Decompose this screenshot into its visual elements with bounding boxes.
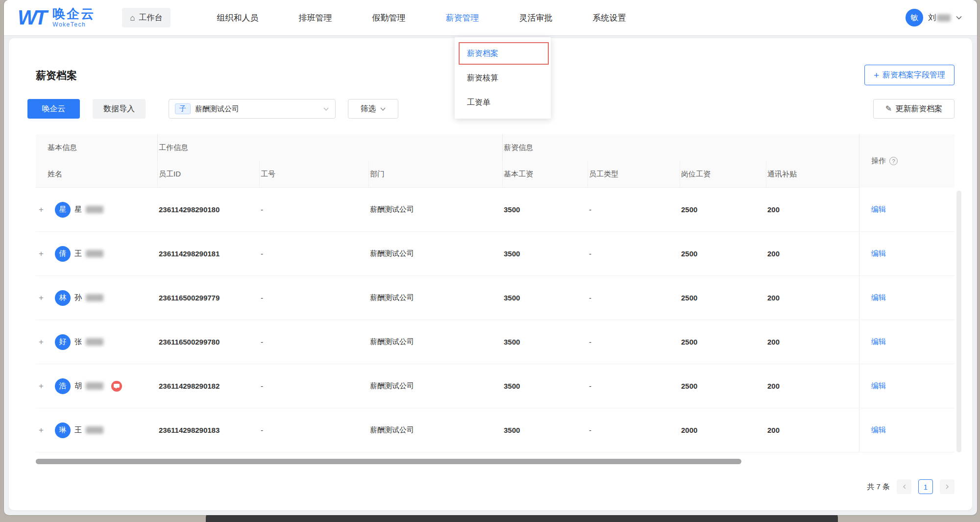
brand-logo: WT 唤企云 WokeTech: [18, 7, 95, 28]
table-row: + 琳 王 236114298290183 - 薪酬测试公司 3500 - 20…: [36, 408, 955, 452]
group-header-basic: 基本信息: [36, 134, 158, 161]
redacted-text: [86, 294, 103, 301]
user-name-text: 刘: [928, 13, 936, 23]
top-navbar: WT 唤企云 WokeTech ⌂ 工作台 组织和人员 排班管理 假勤管理 薪资…: [4, 0, 977, 35]
next-page-button[interactable]: [940, 479, 955, 494]
col-header-department: 部门: [369, 161, 503, 187]
nav-item-settings[interactable]: 系统设置: [593, 12, 626, 24]
post-salary-cell: 2000: [680, 408, 766, 452]
redacted-text: [937, 14, 951, 22]
home-icon: ⌂: [130, 14, 135, 22]
edit-button[interactable]: 编辑: [871, 249, 886, 258]
edit-button[interactable]: 编辑: [871, 205, 886, 214]
app-window: WT 唤企云 WokeTech ⌂ 工作台 组织和人员 排班管理 假勤管理 薪资…: [4, 0, 977, 515]
edit-button[interactable]: 编辑: [871, 337, 886, 347]
expand-row-icon[interactable]: +: [39, 249, 44, 259]
nav-item-approval[interactable]: 灵活审批: [519, 12, 553, 24]
page-number-button[interactable]: 1: [918, 479, 933, 494]
nav-item-scheduling[interactable]: 排班管理: [299, 12, 332, 24]
employee-name: 张: [74, 337, 82, 347]
expand-row-icon[interactable]: +: [39, 425, 44, 435]
edit-button[interactable]: 编辑: [871, 293, 886, 302]
post-salary-cell: 2500: [680, 364, 766, 408]
workbench-label: 工作台: [139, 13, 163, 23]
comm-allowance-cell: 200: [766, 232, 859, 275]
col-header-employee-type: 员工类型: [588, 161, 680, 187]
avatar: 好: [55, 334, 71, 350]
total-count-label: 共 7 条: [867, 482, 890, 492]
table-row: + 好 张 236116500299780 - 薪酬测试公司 3500 - 25…: [36, 320, 955, 364]
redacted-text: [86, 338, 103, 346]
nav-item-org[interactable]: 组织和人员: [217, 12, 259, 24]
comm-allowance-cell: 200: [766, 276, 859, 320]
nav-item-salary[interactable]: 薪资管理: [446, 12, 479, 24]
avatar: 星: [55, 202, 71, 218]
edit-button[interactable]: 编辑: [871, 425, 886, 435]
employee-type-cell: -: [588, 408, 680, 452]
col-header-comm-allowance: 通讯补贴: [766, 161, 859, 187]
action-header-label: 操作: [871, 156, 886, 166]
redacted-text: [86, 382, 103, 390]
data-import-button[interactable]: 数据导入: [93, 99, 146, 119]
employee-name: 王: [74, 425, 82, 435]
prev-page-button[interactable]: [897, 479, 911, 494]
brand-subname: WokeTech: [52, 21, 95, 28]
filter-label: 筛选: [361, 104, 376, 114]
edit-button[interactable]: 编辑: [871, 381, 886, 391]
table-row: + 林 孙 236116500299779 - 薪酬测试公司 3500 - 25…: [36, 276, 955, 320]
avatar: 琳: [55, 423, 71, 438]
post-salary-cell: 2500: [680, 188, 766, 231]
plus-icon: +: [874, 71, 879, 80]
avatar: 林: [55, 290, 71, 306]
horizontal-scrollbar[interactable]: [36, 459, 741, 464]
salary-archive-table: 基本信息 工作信息 薪资信息 姓名 员工ID 工号 部门 基本工资 员工类型 岗…: [36, 134, 955, 452]
base-salary-cell: 3500: [503, 408, 588, 452]
redacted-text: [86, 206, 103, 213]
post-salary-cell: 2500: [680, 232, 766, 275]
nav-item-attendance[interactable]: 假勤管理: [372, 12, 406, 24]
expand-row-icon[interactable]: +: [39, 293, 44, 303]
department-cell: 薪酬测试公司: [369, 276, 503, 320]
base-salary-cell: 3500: [503, 188, 588, 231]
department-cell: 薪酬测试公司: [369, 188, 503, 231]
base-salary-cell: 3500: [503, 276, 588, 320]
company-select[interactable]: 子 薪酬测试公司: [169, 99, 336, 119]
update-salary-archive-button[interactable]: ✎ 更新薪资档案: [873, 99, 955, 119]
vertical-scrollbar[interactable]: [956, 191, 961, 452]
table-row: + 浩 胡 236114298290182 - 薪酬测试公司 3500 - 25…: [36, 364, 955, 408]
menu-item-salary-archive[interactable]: 薪资档案: [455, 41, 551, 66]
col-header-post-salary: 岗位工资: [680, 161, 766, 187]
job-no-cell: -: [260, 364, 369, 408]
avatar: 倩: [55, 246, 71, 262]
workbench-button[interactable]: ⌂ 工作台: [122, 8, 170, 27]
job-no-cell: -: [260, 232, 369, 275]
comm-allowance-cell: 200: [766, 188, 859, 231]
employee-name: 星: [74, 205, 82, 214]
department-cell: 薪酬测试公司: [369, 408, 503, 452]
field-manage-label: 薪资档案字段管理: [882, 70, 945, 80]
post-salary-cell: 2500: [680, 320, 766, 364]
user-menu[interactable]: 敏 刘: [906, 9, 962, 26]
menu-item-payslip[interactable]: 工资单: [455, 90, 551, 115]
employee-id-cell: 236116500299779: [158, 276, 260, 320]
col-header-name: 姓名: [36, 161, 158, 187]
expand-row-icon[interactable]: +: [39, 381, 44, 391]
post-salary-cell: 2500: [680, 276, 766, 320]
expand-row-icon[interactable]: +: [39, 337, 44, 347]
table-row: + 星 星 236114298290180 - 薪酬测试公司 3500 - 25…: [36, 188, 955, 232]
comm-allowance-cell: 200: [766, 320, 859, 364]
department-cell: 薪酬测试公司: [369, 232, 503, 275]
edit-pencil-icon: ✎: [885, 105, 892, 113]
field-manage-button[interactable]: + 薪资档案字段管理: [864, 65, 955, 85]
expand-row-icon[interactable]: +: [39, 205, 44, 215]
menu-item-salary-calculation[interactable]: 薪资核算: [455, 66, 551, 90]
department-cell: 薪酬测试公司: [369, 320, 503, 364]
base-salary-cell: 3500: [503, 364, 588, 408]
help-icon[interactable]: ?: [889, 157, 898, 165]
company-tab-button[interactable]: 唤企云: [27, 99, 80, 119]
employee-type-cell: -: [588, 276, 680, 320]
brand-name: 唤企云: [52, 7, 95, 20]
chevron-down-icon: [380, 107, 386, 111]
department-cell: 薪酬测试公司: [369, 364, 503, 408]
filter-button[interactable]: 筛选: [348, 99, 398, 119]
